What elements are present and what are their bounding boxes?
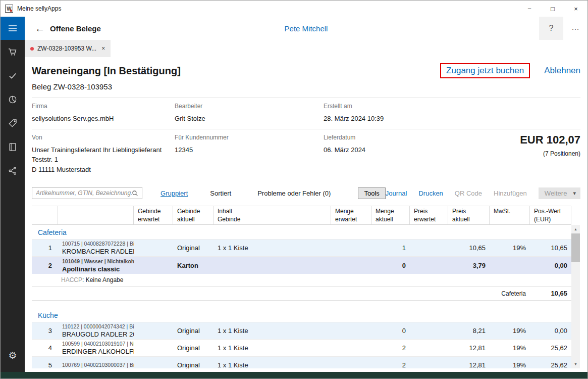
add-item-link[interactable]: Hinzufügen bbox=[494, 190, 527, 197]
back-icon: ← bbox=[35, 23, 45, 34]
cell-menge-aktuell: 0 bbox=[371, 326, 410, 336]
help-button[interactable]: ? bbox=[539, 17, 563, 40]
view-sorted-link[interactable]: Sortiert bbox=[210, 190, 231, 197]
cell-gebinde-erwartet bbox=[134, 247, 173, 249]
tab-document[interactable]: ZW-0328-103953 W... × bbox=[25, 40, 111, 57]
cell-gebinde-aktuell: Karton bbox=[173, 261, 213, 270]
sidebar-item-settings[interactable]: ⚙ bbox=[1, 344, 25, 367]
field-value: 28. März 2024 10:39 bbox=[324, 114, 580, 124]
cell-mwst: 19% bbox=[490, 343, 530, 353]
cell-gebinde-aktuell: Original bbox=[173, 243, 213, 253]
article-id: 100769 | 04002103000037 | Bier... bbox=[62, 362, 130, 368]
header-gebinde-erwartet: Gebinde erwartet bbox=[134, 206, 173, 224]
close-button[interactable]: × bbox=[564, 1, 587, 17]
problems-link[interactable]: Probleme oder Fehler (0) bbox=[257, 190, 331, 197]
search-input[interactable] bbox=[36, 190, 132, 197]
app-window: W Meine sellyApps − □ × bbox=[0, 0, 588, 379]
app-logo-icon: W bbox=[5, 5, 13, 13]
header-preis-erwartet: Preis erwartet bbox=[410, 206, 448, 224]
sidebar-item-purchasing[interactable] bbox=[1, 40, 25, 64]
cell-menge-erwartet bbox=[331, 247, 371, 249]
scroll-down-icon: ▼ bbox=[574, 362, 577, 366]
table-row[interactable]: 4 100599 | 04002103019107 | Nich... ERDI… bbox=[32, 340, 571, 357]
window-title: Meine sellyApps bbox=[17, 5, 61, 12]
field-value: Grit Stolze bbox=[175, 114, 324, 124]
article-cell: 100769 | 04002103000037 | Bier... bbox=[58, 361, 134, 369]
field-value: sellysolutions Serv.ges.mbH bbox=[32, 114, 175, 124]
document-title: Wareneingang [In Bestätigung] bbox=[32, 65, 181, 77]
field-label: Von bbox=[32, 134, 175, 141]
cell-mwst: 19% bbox=[490, 243, 530, 253]
cell-gebinde-aktuell: Original bbox=[173, 326, 213, 336]
cell-inhalt-gebinde bbox=[213, 264, 331, 266]
unsaved-dot-icon bbox=[30, 47, 34, 51]
cell-gebinde-erwartet bbox=[134, 347, 173, 349]
back-button[interactable]: ← bbox=[30, 23, 50, 34]
share-network-icon bbox=[8, 166, 18, 176]
sidebar-item-reports[interactable] bbox=[1, 87, 25, 111]
supplier-name: Unser Trainingslieferant Ihr Lieblingsli… bbox=[32, 145, 175, 155]
cart-icon bbox=[8, 47, 18, 57]
cell-preis-erwartet bbox=[410, 364, 448, 366]
field-von: Von Unser Trainingslieferant Ihr Lieblin… bbox=[32, 134, 175, 175]
scroll-down-button[interactable]: ▼ bbox=[571, 360, 580, 368]
more-actions-dropdown[interactable]: Weitere ▾ bbox=[539, 187, 580, 199]
items-table: Gebinde erwartet Gebinde aktuell Inhalt … bbox=[32, 206, 580, 368]
tools-button[interactable]: Tools bbox=[358, 187, 385, 199]
row-number: 4 bbox=[32, 343, 58, 353]
article-cell: 100599 | 04002103019107 | Nich... ERDING… bbox=[58, 340, 134, 356]
sidebar-item-share[interactable] bbox=[1, 159, 25, 182]
cell-pos-wert: 0,00 bbox=[530, 261, 571, 270]
menu-button[interactable] bbox=[1, 17, 25, 40]
print-link[interactable]: Drucken bbox=[418, 190, 443, 197]
maximize-button[interactable]: □ bbox=[541, 1, 564, 17]
tab-label: ZW-0328-103953 W... bbox=[37, 45, 96, 52]
sidebar: ⚙ bbox=[1, 17, 25, 378]
qr-code-link[interactable]: QR Code bbox=[455, 190, 482, 197]
article-name: Apollinaris classic bbox=[62, 265, 130, 273]
group-summary-cafeteria: Cafeteria 10,65 bbox=[32, 286, 571, 301]
cell-preis-erwartet bbox=[410, 347, 448, 349]
sidebar-item-prices[interactable] bbox=[1, 111, 25, 135]
vertical-scrollbar[interactable]: ▲ ▼ bbox=[571, 225, 580, 368]
book-receipt-button[interactable]: Zugang jetzt buchen bbox=[440, 63, 530, 78]
cell-preis-erwartet bbox=[410, 247, 448, 249]
table-row[interactable]: 1 100715 | 04008287072228 | Bier... KROM… bbox=[32, 240, 571, 257]
pie-chart-icon bbox=[8, 94, 18, 105]
cell-menge-aktuell: 1 bbox=[371, 243, 410, 253]
article-cell: 101049 | Wasser | Nichtalkoholi... Apoll… bbox=[58, 257, 134, 274]
reject-button[interactable]: Ablehnen bbox=[544, 66, 580, 76]
cell-menge-aktuell: 2 bbox=[371, 343, 410, 353]
article-id: 100599 | 04002103019107 | Nich... bbox=[62, 341, 130, 347]
row-number: 3 bbox=[32, 326, 58, 336]
view-grouped-link[interactable]: Gruppiert bbox=[161, 190, 188, 197]
article-id: 110122 | 00000042074342 | Bier... bbox=[62, 323, 130, 329]
haccp-value: : Keine Angabe bbox=[82, 276, 123, 283]
minimize-icon: − bbox=[527, 5, 531, 13]
sidebar-item-tasks[interactable] bbox=[1, 64, 25, 87]
total-amount: EUR 102,07 bbox=[520, 133, 580, 147]
cell-inhalt-gebinde: 1 x 1 Kiste bbox=[213, 360, 331, 368]
cell-preis-aktuell: 10,65 bbox=[448, 243, 490, 253]
cell-menge-aktuell: 2 bbox=[371, 360, 410, 368]
sidebar-item-journal[interactable] bbox=[1, 135, 25, 159]
table-row[interactable]: 5 100769 | 04002103000037 | Bier... Orig… bbox=[32, 357, 571, 368]
field-label: Erstellt am bbox=[324, 103, 580, 110]
more-button[interactable]: ··· bbox=[563, 17, 587, 40]
field-label: Firma bbox=[32, 103, 175, 110]
gear-icon: ⚙ bbox=[8, 350, 17, 361]
tab-close-button[interactable]: × bbox=[101, 45, 105, 52]
header-row-number bbox=[32, 206, 58, 224]
scrollbar-thumb[interactable] bbox=[571, 233, 580, 262]
document-content: Wareneingang [In Bestätigung] Zugang jet… bbox=[25, 57, 587, 378]
cell-preis-aktuell: 12,81 bbox=[448, 360, 490, 368]
cell-gebinde-aktuell: Original bbox=[173, 360, 213, 368]
user-link[interactable]: Pete Mitchell bbox=[25, 24, 587, 33]
table-row[interactable]: 3 110122 | 00000042074342 | Bier... BRAU… bbox=[32, 322, 571, 340]
group-header-cafeteria: Cafeteria bbox=[32, 225, 571, 240]
journal-link[interactable]: Journal bbox=[386, 190, 407, 197]
table-row-selected[interactable]: 2 101049 | Wasser | Nichtalkoholi... Apo… bbox=[32, 257, 571, 274]
scroll-up-button[interactable]: ▲ bbox=[571, 225, 580, 233]
header-menge-erwartet: Menge erwartet bbox=[331, 206, 371, 224]
minimize-button[interactable]: − bbox=[518, 1, 541, 17]
